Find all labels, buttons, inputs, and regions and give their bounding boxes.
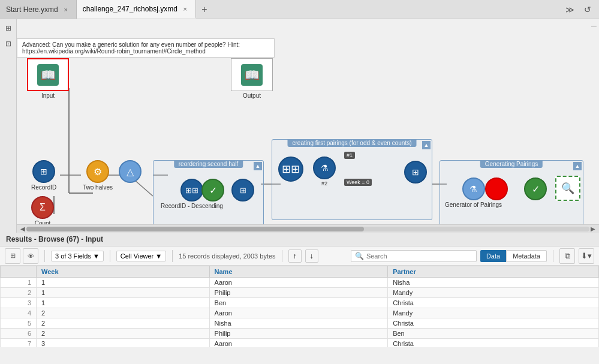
- divider-1: [44, 250, 45, 262]
- hash1-badge: Week = 0: [344, 179, 372, 186]
- tab-label: Start Here.yxmd: [6, 5, 58, 14]
- cell-name: Aaron: [209, 339, 388, 348]
- filter-node: ⚗ #2: [313, 157, 336, 186]
- cell-name: Philip: [209, 288, 388, 298]
- cell-record: 7: [1, 339, 37, 348]
- reordering-title: reordering second half: [174, 160, 243, 168]
- hint-line1: Advanced: Can you make a generic solutio…: [22, 41, 269, 48]
- cell-record: 1: [1, 278, 37, 288]
- hint-line2: https://en.wikipedia.org/wiki/Round-robi…: [22, 48, 269, 55]
- tab-challenge[interactable]: challenge_247_richobsj.yxmd ×: [77, 0, 196, 19]
- creating-collapse-btn[interactable]: ▲: [422, 141, 431, 149]
- toolbar-left: ⊞ 👁: [5, 248, 38, 264]
- cell-name: Aaron: [209, 278, 388, 288]
- cell-week: 1: [37, 298, 210, 308]
- iteration-icon[interactable]: [485, 178, 508, 200]
- join-large-icon[interactable]: ⊞⊞: [278, 157, 303, 182]
- output-node-box[interactable]: 📖: [231, 58, 273, 91]
- output-node: 📖 Output: [231, 58, 273, 99]
- scrollbar-thumb[interactable]: [26, 227, 364, 231]
- toolbar-icon-eye-btn[interactable]: 👁: [23, 248, 38, 264]
- record-count-label: 15 records displayed, 2003 bytes: [179, 252, 275, 260]
- viewer-dropdown-icon: ▼: [155, 252, 162, 260]
- hint-box: Advanced: Can you make a generic solutio…: [17, 38, 275, 58]
- metadata-btn[interactable]: Metadata: [506, 250, 547, 262]
- input-node-box[interactable]: 📖: [27, 58, 69, 91]
- minimize-btn[interactable]: –: [591, 20, 597, 31]
- gen-formula-label: Generator of Pairings: [445, 201, 502, 208]
- output-join-icon[interactable]: ⊞: [404, 161, 427, 183]
- canvas-scrollbar[interactable]: ◀ ▶: [17, 224, 599, 233]
- check-node: ✓: [201, 179, 224, 201]
- tab-close-btn[interactable]: ×: [62, 5, 70, 14]
- cell-partner: Ben: [388, 329, 599, 339]
- output-join-node: ⊞: [404, 161, 427, 183]
- split-icon[interactable]: △: [119, 160, 142, 183]
- table-body: 1 1 Aaron Nisha 2 1 Philip Mandy 3 1 Ben…: [1, 278, 599, 348]
- cell-name: Aaron: [209, 308, 388, 318]
- generating-collapse-btn[interactable]: ▲: [573, 162, 582, 170]
- join-icon[interactable]: ⊞: [231, 179, 254, 201]
- col-header-partner: Partner: [388, 266, 599, 278]
- col-header-week: Week: [37, 266, 210, 278]
- viewer-btn[interactable]: Cell Viewer ▼: [116, 251, 166, 261]
- gen-check-node: ✓: [524, 178, 547, 200]
- tab-add-btn[interactable]: +: [196, 1, 213, 18]
- cell-week: 1: [37, 288, 210, 298]
- formula-node: ⚙ Two halves: [83, 160, 113, 191]
- gen-formula-icon[interactable]: ⚗: [462, 178, 485, 200]
- cell-week: 2: [37, 329, 210, 339]
- generating-title: Generating Pairings: [480, 160, 543, 168]
- cell-partner: Christa: [388, 298, 599, 308]
- scroll-right-btn[interactable]: ▶: [589, 225, 597, 232]
- table-row: 3 1 Ben Christa: [1, 298, 599, 308]
- input-node: 📖 Input: [27, 58, 69, 99]
- reordering-collapse-btn[interactable]: ▲: [254, 162, 262, 170]
- data-btn[interactable]: Data: [480, 250, 506, 262]
- viewer-label: Cell Viewer: [121, 252, 153, 260]
- browse-icon[interactable]: 🔍: [555, 176, 580, 201]
- col-header-name: Name: [209, 266, 388, 278]
- nav-down-btn[interactable]: ↓: [305, 249, 318, 263]
- count-node: Σ Count: [31, 196, 54, 227]
- tab-start-here[interactable]: Start Here.yxmd ×: [0, 0, 77, 19]
- recordid-icon[interactable]: ⊞: [32, 160, 55, 183]
- results-header: Results - Browse (67) - Input: [0, 233, 599, 246]
- scroll-left-btn[interactable]: ◀: [19, 225, 26, 232]
- tab-overflow-btn[interactable]: ≫: [562, 2, 577, 17]
- copy-btn[interactable]: ⧉: [559, 248, 575, 264]
- tab-history-btn[interactable]: ↺: [580, 2, 595, 17]
- cell-week: 2: [37, 308, 210, 318]
- results-panel: Results - Browse (67) - Input ⊞ 👁 3 of 3…: [0, 233, 599, 347]
- results-toolbar: ⊞ 👁 3 of 3 Fields ▼ Cell Viewer ▼ 15 rec…: [0, 246, 599, 266]
- sort-icon[interactable]: ⊞⊞: [180, 179, 203, 201]
- cell-partner: Nisha: [388, 278, 599, 288]
- toolbar-icon-grid-btn[interactable]: ⊞: [5, 248, 20, 264]
- creating-group: creating first pairings (for odd & even …: [272, 139, 432, 220]
- search-input[interactable]: [366, 252, 472, 260]
- check-icon[interactable]: ✓: [201, 179, 224, 201]
- table-row: 5 2 Nisha Christa: [1, 318, 599, 329]
- tab-bar-right: ≫ ↺: [562, 2, 599, 17]
- tab-label-active: challenge_247_richobsj.yxmd: [83, 5, 177, 13]
- export-dropdown-btn[interactable]: ⬇▾: [579, 248, 594, 264]
- fields-label: 3 of 3 Fields: [55, 252, 91, 260]
- cell-week: 3: [37, 339, 210, 348]
- cell-record: 6: [1, 329, 37, 339]
- data-table: Week Name Partner 1 1 Aaron Nisha 2 1 Ph…: [0, 266, 599, 347]
- gen-check-icon[interactable]: ✓: [524, 178, 547, 200]
- divider-5: [553, 250, 553, 262]
- divider-4: [282, 250, 282, 262]
- nav-up-btn[interactable]: ↑: [288, 249, 302, 263]
- tab-close-active-btn[interactable]: ×: [181, 5, 189, 13]
- table-row: 2 1 Philip Mandy: [1, 288, 599, 298]
- cell-week: 2: [37, 318, 210, 329]
- filter-icon[interactable]: ⚗: [313, 157, 336, 179]
- divider-2: [110, 250, 110, 262]
- formula-icon[interactable]: ⚙: [86, 160, 109, 183]
- creating-title: creating first pairings (for odd & even …: [288, 139, 417, 147]
- count-icon[interactable]: Σ: [31, 196, 54, 219]
- fields-btn[interactable]: 3 of 3 Fields ▼: [51, 251, 104, 261]
- cell-name: Philip: [209, 329, 388, 339]
- output-node-label: Output: [243, 92, 261, 99]
